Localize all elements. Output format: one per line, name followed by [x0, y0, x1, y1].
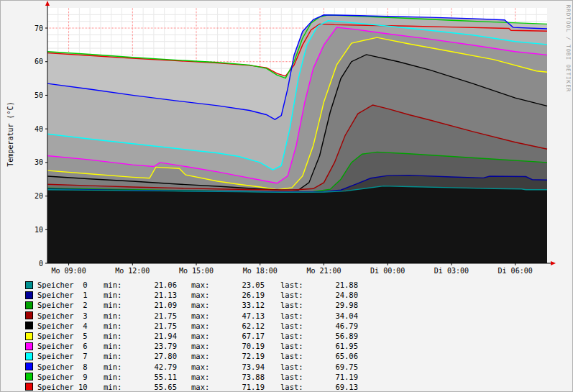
legend-color-swatch	[25, 301, 33, 309]
y-axis-arrow-icon	[45, 1, 50, 6]
legend-min-value: 23.79	[135, 341, 177, 351]
legend-min-key: min:	[104, 280, 135, 290]
legend-series-label: Speicher 9	[37, 372, 104, 382]
legend-min-key: min:	[104, 311, 135, 321]
y-tick-label: 60	[35, 58, 43, 65]
legend-max-value: 33.12	[223, 300, 265, 310]
legend-series-label: Speicher 1	[37, 290, 104, 300]
temperature-chart: Mo 09:00Mo 12:00Mo 15:00Mo 18:00Mo 21:00…	[1, 1, 573, 278]
legend-min-value: 21.13	[135, 290, 177, 300]
legend-color-swatch	[25, 311, 33, 319]
x-tick-label: Mo 18:00	[243, 267, 278, 275]
legend-last-value: 69.13	[316, 382, 358, 392]
legend-last-key: last:	[280, 280, 316, 290]
x-tick-label: Mo 21:00	[306, 267, 341, 275]
legend-last-key: last:	[280, 311, 316, 321]
legend-min-key: min:	[104, 351, 135, 361]
y-tick-label: 30	[35, 158, 43, 166]
legend-row: Speicher 4min:21.75max:62.12last:46.79	[25, 321, 358, 331]
legend-row: Speicher 9min:55.11max:73.88last:71.19	[25, 372, 358, 382]
legend-min-key: min:	[104, 331, 135, 341]
legend-row: Speicher 10min:55.65max:71.19last:69.13	[25, 382, 358, 392]
legend-max-key: max:	[191, 290, 223, 300]
x-tick-label: Di 06:00	[498, 267, 533, 275]
legend-max-key: max:	[191, 382, 223, 392]
legend-series-label: Speicher 6	[37, 341, 104, 351]
legend-row: Speicher 1min:21.13max:26.19last:24.80	[25, 290, 358, 300]
legend-last-value: 46.79	[316, 321, 358, 331]
legend-min-value: 42.79	[135, 362, 177, 372]
legend-min-key: min:	[104, 321, 135, 331]
area-speicher-0	[47, 186, 547, 263]
legend-last-key: last:	[280, 351, 316, 361]
x-axis-arrow-icon	[551, 261, 556, 265]
legend-min-key: min:	[104, 362, 135, 372]
legend-min-value: 55.65	[135, 382, 177, 392]
legend-last-value: 21.88	[316, 280, 358, 290]
legend-row: Speicher 7min:27.80max:72.19last:65.06	[25, 351, 358, 361]
legend-max-value: 73.94	[223, 362, 265, 372]
legend-series-label: Speicher 2	[37, 300, 104, 310]
legend-max-key: max:	[191, 341, 223, 351]
legend-series-label: Speicher 10	[37, 382, 104, 392]
legend: Speicher 0min:21.06max:23.05last:21.88Sp…	[25, 280, 358, 392]
legend-last-key: last:	[280, 290, 316, 300]
legend-last-value: 34.04	[316, 311, 358, 321]
x-tick-label: Mo 15:00	[179, 267, 214, 275]
y-axis-title: Temperatur (°C)	[6, 84, 14, 185]
legend-last-value: 69.75	[316, 362, 358, 372]
x-tick-label: Mo 09:00	[51, 267, 86, 275]
legend-color-swatch	[25, 383, 33, 391]
legend-last-key: last:	[280, 300, 316, 310]
y-tick-label: 50	[35, 91, 43, 99]
y-tick-label: 0	[39, 260, 43, 268]
legend-row: Speicher 8min:42.79max:73.94last:69.75	[25, 362, 358, 372]
legend-min-key: min:	[104, 372, 135, 382]
legend-row: Speicher 0min:21.06max:23.05last:21.88	[25, 280, 358, 290]
legend-series-label: Speicher 4	[37, 321, 104, 331]
legend-color-swatch	[25, 291, 33, 299]
legend-max-value: 47.13	[223, 311, 265, 321]
legend-max-key: max:	[191, 280, 223, 290]
legend-row: Speicher 3min:21.75max:47.13last:34.04	[25, 311, 358, 321]
legend-min-value: 55.11	[135, 372, 177, 382]
legend-row: Speicher 2min:21.09max:33.12last:29.98	[25, 300, 358, 310]
legend-max-key: max:	[191, 331, 223, 341]
legend-last-key: last:	[280, 321, 316, 331]
legend-last-value: 65.06	[316, 351, 358, 361]
legend-min-key: min:	[104, 300, 135, 310]
legend-max-value: 72.19	[223, 351, 265, 361]
legend-min-value: 21.75	[135, 321, 177, 331]
legend-color-swatch	[25, 322, 33, 329]
legend-series-label: Speicher 5	[37, 331, 104, 341]
legend-last-value: 61.95	[316, 341, 358, 351]
legend-last-key: last:	[280, 362, 316, 372]
legend-max-key: max:	[191, 362, 223, 372]
legend-series-label: Speicher 7	[37, 351, 104, 361]
legend-max-value: 73.88	[223, 372, 265, 382]
legend-min-value: 27.80	[135, 351, 177, 361]
legend-max-key: max:	[191, 300, 223, 310]
legend-series-label: Speicher 0	[37, 280, 104, 290]
legend-max-key: max:	[191, 321, 223, 331]
legend-min-value: 21.06	[135, 280, 177, 290]
legend-max-key: max:	[191, 351, 223, 361]
legend-row: Speicher 6min:23.79max:70.19last:61.95	[25, 341, 358, 351]
legend-max-key: max:	[191, 372, 223, 382]
legend-min-key: min:	[104, 290, 135, 300]
legend-last-value: 29.98	[316, 300, 358, 310]
y-tick-label: 20	[35, 192, 43, 200]
rrdtool-graph: Mo 09:00Mo 12:00Mo 15:00Mo 18:00Mo 21:00…	[0, 0, 573, 392]
legend-series-label: Speicher 3	[37, 311, 104, 321]
legend-min-key: min:	[104, 382, 135, 392]
legend-last-key: last:	[280, 382, 316, 392]
legend-last-key: last:	[280, 372, 316, 382]
legend-max-key: max:	[191, 311, 223, 321]
legend-last-key: last:	[280, 331, 316, 341]
legend-color-swatch	[25, 281, 33, 289]
legend-last-key: last:	[280, 341, 316, 351]
y-tick-label: 70	[35, 24, 43, 32]
x-tick-label: Di 00:00	[370, 267, 405, 275]
legend-last-value: 71.19	[316, 372, 358, 382]
legend-max-value: 67.17	[223, 331, 265, 341]
